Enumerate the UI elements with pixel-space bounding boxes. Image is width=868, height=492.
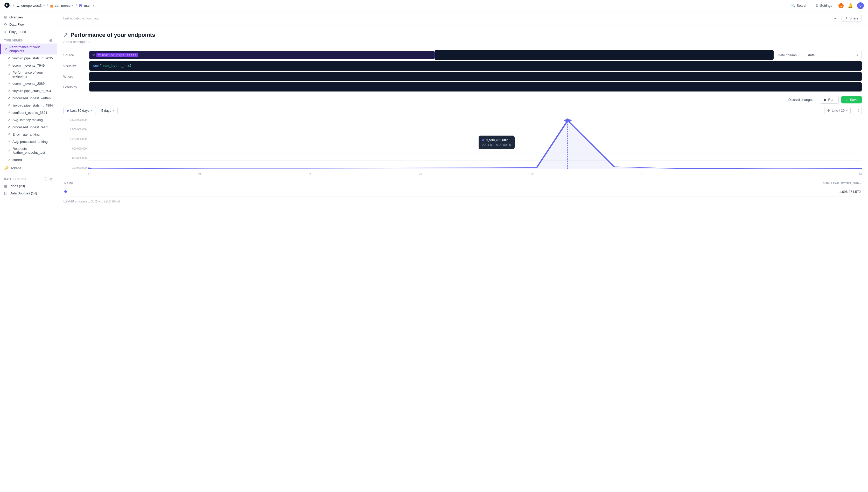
- chart-svg: [88, 119, 862, 169]
- cloud-icon: ☁: [16, 4, 20, 8]
- sidebar-item-dataflow[interactable]: ⟳ Data Flow: [0, 21, 57, 28]
- interval-select[interactable]: 5 days ▾: [98, 107, 118, 114]
- sidebar-item-requests-feather[interactable]: ↗ Requests feather_endpoint_test: [0, 145, 57, 156]
- time-range-dot: [67, 109, 69, 112]
- visualize-label: Visualize: [63, 64, 89, 68]
- notification-badge[interactable]: 🔥: [839, 3, 844, 8]
- y-label-5: 300,000,000: [63, 166, 86, 169]
- fullscreen-icon: ⛶: [855, 108, 859, 113]
- chart-type-select[interactable]: ⚙ Line / 20 ▾: [824, 107, 851, 114]
- playground-label: Playground: [9, 30, 26, 34]
- y-label-2: 1,200,000,000: [63, 138, 86, 141]
- group-by-label: Group by: [63, 85, 89, 89]
- sidebar-item-perf-endpoints-active[interactable]: ↗ Performance of your endpoints: [0, 44, 57, 54]
- ecomm-label-2089: ecomm_events_2089: [13, 82, 45, 85]
- page-description[interactable]: Add a description...: [63, 40, 862, 44]
- page-title: Performance of your endpoints: [71, 32, 155, 39]
- filter-icon[interactable]: ☰: [44, 177, 48, 181]
- chart-controls-right: ⚙ Line / 20 ▾ ⛶: [824, 107, 862, 114]
- sidebar-item-ecomm-2089[interactable]: ↗ ecomm_events_2089: [0, 80, 57, 87]
- sidebar-item-processed-ingest-written[interactable]: ↗ processed_ingest_written: [0, 94, 57, 102]
- x-label-6: 9: [750, 173, 751, 175]
- sidebar-item-error-rate[interactable]: ↗ Error_rate ranking: [0, 131, 57, 138]
- group-by-input[interactable]: [89, 82, 862, 92]
- more-button[interactable]: ···: [833, 15, 839, 22]
- bell-icon[interactable]: 🔔: [848, 3, 853, 8]
- y-label-3: 900,000,000: [63, 147, 86, 150]
- y-label-1: 1,500,000,000: [63, 128, 86, 131]
- ecomm-label-7949: ecomm_events_7949: [13, 64, 45, 67]
- settings-button[interactable]: ⚙ Settings: [814, 3, 834, 8]
- where-row: Where: [63, 72, 862, 81]
- run-button[interactable]: ▶ Run: [820, 96, 839, 104]
- avg-processed-label: Avg. processed ranking: [13, 140, 48, 144]
- save-icon: ✓: [845, 98, 848, 102]
- avatar[interactable]: U: [857, 2, 864, 9]
- where-input[interactable]: [89, 72, 862, 81]
- share-icon: ↗: [845, 16, 848, 20]
- data-sources-label: Data Sources (14): [9, 191, 37, 195]
- chart-icon-11: ↗: [7, 132, 10, 137]
- chart-icon-8: ↗: [7, 110, 10, 115]
- save-label: Save: [850, 98, 858, 102]
- sidebar-item-pipes[interactable]: ▤ Pipes (23): [0, 182, 57, 190]
- time-series-label: Time Series: [4, 39, 23, 42]
- sidebar-item-ecomm-7949[interactable]: ↗ ecomm_events_7949: [0, 62, 57, 69]
- x-label-3: 29: [419, 173, 422, 175]
- date-column-select[interactable]: date ▾: [805, 51, 862, 59]
- sidebar-item-overview[interactable]: ⊞ Overview: [0, 14, 57, 21]
- sidebar-item-avg-processed[interactable]: ↗ Avg. processed ranking: [0, 138, 57, 145]
- breadcrumb-project[interactable]: ▦ commerce ▾: [50, 4, 74, 8]
- sidebar-item-processed-ingest-read[interactable]: ↗ processed_ingest_read: [0, 123, 57, 131]
- data-project-label: DATA PROJECT: [4, 178, 26, 181]
- share-label: Share: [849, 16, 859, 20]
- sidebar-item-perf-endpoints[interactable]: ↗ Performance of your endpoints: [0, 69, 57, 80]
- header-actions: ··· ↗ Share: [833, 15, 862, 22]
- chart-icon-1: ↗: [7, 56, 10, 60]
- source-extra[interactable]: [435, 50, 774, 60]
- sidebar-item-pipe-stats-rt-9035[interactable]: ↗ tinybird.pipe_stats_rt_9035: [0, 54, 57, 62]
- logo[interactable]: [4, 2, 10, 9]
- chart-icon-5: ↗: [7, 89, 10, 93]
- date-column-label: Date column: [774, 53, 805, 57]
- add-time-series-button[interactable]: ⊕: [49, 39, 53, 43]
- confluent-label: confluent_events_3821: [13, 111, 47, 115]
- save-button[interactable]: ✓ Save: [841, 96, 862, 103]
- avg-latency-label: Avg. latency ranking: [13, 118, 43, 122]
- sidebar-item-stored[interactable]: ↗ stored: [0, 156, 57, 163]
- sidebar-item-pipe-stats-rt-6041[interactable]: ↗ tinybird.pipe_stats_rt_6041: [0, 87, 57, 94]
- discard-button[interactable]: Discard changes: [785, 96, 817, 103]
- breadcrumb-branch[interactable]: ⛨ main ▾: [79, 4, 94, 8]
- sidebar-item-tokens[interactable]: 🔑 Tokens: [0, 164, 57, 172]
- dataflow-label: Data Flow: [9, 23, 25, 26]
- breadcrumb-region[interactable]: ☁ europe-west3 ▾: [16, 4, 45, 8]
- footer-stats: 1.97MB processed, 36.24k x 2 (18.96ms): [63, 196, 862, 206]
- playground-icon: ▷: [4, 29, 7, 34]
- sidebar-item-data-sources[interactable]: ▤ Data Sources (14): [0, 190, 57, 197]
- sidebar-item-confluent-3821[interactable]: ↗ confluent_events_3821: [0, 109, 57, 116]
- pipes-icon: ▤: [4, 184, 7, 188]
- time-range-select[interactable]: Last 30 days ▾: [63, 107, 96, 114]
- run-icon: ▶: [824, 98, 827, 102]
- sidebar-item-avg-latency[interactable]: ↗ Avg. latency ranking: [0, 116, 57, 123]
- search-button[interactable]: 🔍 Search: [789, 3, 810, 8]
- data-project-section: DATA PROJECT ☰ ⊕: [0, 174, 57, 182]
- visualize-input[interactable]: sum(read_bytes_sum): [89, 61, 862, 71]
- sidebar-item-pipe-stats-rt-4884[interactable]: ↗ tinybird.pipe_stats_rt_4884: [0, 102, 57, 109]
- content-header: Last updated a month ago ··· ↗ Share: [57, 11, 868, 25]
- x-label-1: 21: [198, 173, 201, 175]
- last-updated: Last updated a month ago: [63, 17, 99, 20]
- source-input[interactable]: ⧉ tinybird.pipe_stats: [89, 51, 435, 59]
- sidebar-item-playground[interactable]: ▷ Playground: [0, 28, 57, 35]
- share-button[interactable]: ↗ Share: [842, 15, 862, 22]
- fullscreen-button[interactable]: ⛶: [853, 107, 862, 114]
- chevron-icon-2: ▾: [93, 4, 94, 7]
- pipe-stats-label-3: tinybird.pipe_stats_rt_4884: [13, 103, 53, 107]
- add-data-project-button[interactable]: ⊕: [49, 177, 53, 181]
- data-project-actions: ☰ ⊕: [44, 177, 53, 181]
- branch-label: main: [84, 4, 91, 7]
- visualize-arg: read_bytes_sum: [101, 64, 130, 68]
- chart-icon-14: ↗: [7, 157, 10, 162]
- pipe-stats-label-1: tinybird.pipe_stats_rt_9035: [13, 56, 53, 60]
- project-label: commerce: [55, 4, 71, 7]
